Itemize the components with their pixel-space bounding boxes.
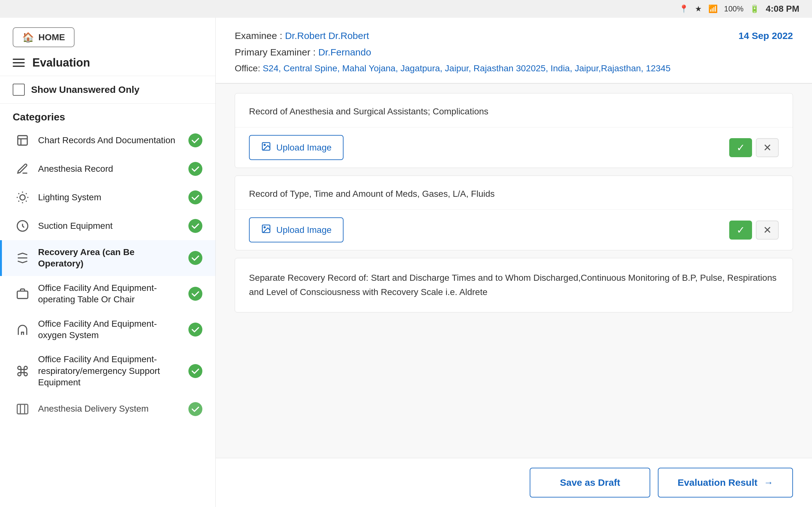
office-facility-table-label: Office Facility And Equipment-operating …: [38, 282, 181, 305]
office-row: Office: S24, Central Spine, Mahal Yojana…: [235, 63, 793, 73]
anesthesia-delivery-label: Anesthesia Delivery System: [38, 403, 181, 414]
svg-rect-18: [17, 291, 28, 298]
sidebar-item-lighting-system[interactable]: Lighting System: [0, 183, 215, 212]
upload-label-2: Upload Image: [276, 225, 332, 235]
sidebar-item-office-facility-table[interactable]: Office Facility And Equipment-operating …: [0, 276, 215, 312]
save-as-draft-button[interactable]: Save as Draft: [530, 468, 650, 498]
svg-line-12: [18, 201, 19, 202]
office-facility-respiratory-icon: [14, 363, 31, 379]
svg-rect-0: [18, 135, 27, 145]
svg-point-17: [189, 251, 202, 265]
lighting-system-icon: [14, 189, 31, 205]
svg-point-16: [189, 219, 202, 233]
sidebar-item-office-facility-oxygen[interactable]: Office Facility And Equipment-oxygen Sys…: [0, 312, 215, 348]
office-facility-respiratory-check: [188, 364, 203, 378]
categories-header: Categories: [0, 104, 215, 126]
sidebar: 🏠 HOME Evaluation Show Unanswered Only C…: [0, 18, 216, 507]
reject-btn-2[interactable]: ✕: [756, 221, 779, 239]
hamburger-line-3: [13, 66, 25, 67]
suction-equipment-icon: [14, 218, 31, 234]
question-1-label: Record of Anesthesia and Surgical Assist…: [249, 107, 489, 116]
home-label: HOME: [38, 32, 65, 43]
home-button[interactable]: 🏠 HOME: [13, 27, 74, 47]
recovery-area-check: [188, 250, 203, 265]
chart-records-icon: [14, 132, 31, 148]
svg-point-25: [189, 402, 202, 416]
bluetooth-icon: ★: [695, 4, 702, 13]
questions-area: Record of Anesthesia and Surgical Assist…: [216, 83, 812, 458]
svg-point-29: [264, 227, 265, 228]
svg-point-19: [189, 287, 202, 301]
svg-line-8: [18, 193, 19, 194]
show-unanswered-row: Show Unanswered Only: [0, 76, 215, 104]
wifi-icon: 📶: [708, 4, 718, 13]
anesthesia-delivery-check: [188, 402, 203, 416]
sidebar-item-anesthesia-record[interactable]: Anesthesia Record: [0, 155, 215, 183]
question-text-1: Record of Anesthesia and Surgical Assist…: [235, 94, 793, 127]
question-text-3: Separate Recovery Record of: Start and D…: [235, 258, 793, 312]
anesthesia-delivery-icon: [14, 401, 31, 417]
hamburger-menu[interactable]: [13, 59, 25, 67]
svg-line-9: [26, 201, 27, 202]
office-facility-oxygen-label: Office Facility And Equipment-oxygen Sys…: [38, 318, 181, 341]
recovery-area-label: Recovery Area (can Be Operatory): [38, 246, 181, 270]
bottom-bar: Save as Draft Evaluation Result →: [216, 458, 812, 507]
location-icon: 📍: [679, 4, 689, 13]
header-top-row: Examinee : Dr.Robert Dr.Robert 14 Sep 20…: [235, 31, 793, 41]
examinee-label: Examinee :: [235, 31, 282, 41]
recovery-area-icon: [14, 250, 31, 266]
svg-point-4: [189, 162, 202, 176]
question-card-3: Separate Recovery Record of: Start and D…: [235, 258, 793, 313]
battery-percentage: 100%: [724, 4, 744, 13]
upload-image-btn-2[interactable]: Upload Image: [249, 217, 344, 242]
primary-examiner-field: Primary Examiner : Dr.Fernando: [235, 47, 793, 58]
examinee-field: Examinee : Dr.Robert Dr.Robert: [235, 31, 369, 41]
svg-line-13: [26, 193, 27, 194]
result-btn-label: Evaluation Result: [677, 477, 757, 488]
sidebar-item-anesthesia-delivery[interactable]: Anesthesia Delivery System: [0, 395, 215, 424]
chart-records-label: Chart Records And Documentation: [38, 135, 181, 146]
arrow-right-icon: →: [764, 477, 773, 488]
sidebar-item-suction-equipment[interactable]: Suction Equipment: [0, 212, 215, 240]
hamburger-line-2: [13, 62, 25, 63]
upload-image-btn-1[interactable]: Upload Image: [249, 135, 344, 160]
examinee-value: Dr.Robert: [285, 31, 325, 41]
action-buttons-2: ✓ ✕: [729, 221, 779, 239]
examinee-name: Dr.Robert: [328, 31, 369, 41]
approve-btn-1[interactable]: ✓: [729, 138, 752, 157]
question-3-label: Separate Recovery Record of: Start and D…: [249, 273, 776, 297]
sidebar-item-office-facility-respiratory[interactable]: Office Facility And Equipment-respirator…: [0, 347, 215, 395]
suction-equipment-check: [188, 219, 203, 233]
draft-btn-label: Save as Draft: [560, 477, 620, 488]
office-facility-oxygen-icon: [14, 322, 31, 337]
office-facility-table-check: [188, 286, 203, 301]
office-facility-table-icon: [14, 286, 31, 302]
show-unanswered-checkbox[interactable]: [13, 83, 25, 96]
evaluation-label: Evaluation: [32, 56, 90, 69]
question-card-2: Record of Type, Time and Amount of Meds,…: [235, 176, 793, 250]
svg-point-20: [189, 323, 202, 337]
office-address: S24, Central Spine, Mahal Yojana, Jagatp…: [263, 63, 670, 73]
evaluation-date: 14 Sep 2022: [739, 31, 793, 41]
chart-records-check: [188, 133, 203, 148]
action-buttons-1: ✓ ✕: [729, 138, 779, 157]
upload-label-1: Upload Image: [276, 143, 332, 153]
upload-icon-2: [261, 224, 271, 236]
hamburger-line-1: [13, 59, 25, 60]
evaluation-result-button[interactable]: Evaluation Result →: [658, 468, 793, 498]
svg-rect-22: [17, 404, 28, 414]
content-header: Examinee : Dr.Robert Dr.Robert 14 Sep 20…: [216, 18, 812, 83]
show-unanswered-label: Show Unanswered Only: [31, 84, 140, 95]
reject-btn-1[interactable]: ✕: [756, 138, 779, 157]
lighting-system-label: Lighting System: [38, 192, 181, 203]
approve-btn-2[interactable]: ✓: [729, 221, 752, 239]
sidebar-item-chart-records[interactable]: Chart Records And Documentation: [0, 126, 215, 155]
battery-icon: 🔋: [750, 4, 759, 13]
clock: 4:08 PM: [766, 4, 799, 14]
sidebar-item-recovery-area[interactable]: Recovery Area (can Be Operatory): [0, 240, 215, 276]
question-actions-1: Upload Image ✓ ✕: [235, 127, 793, 168]
home-icon: 🏠: [22, 32, 34, 43]
anesthesia-record-check: [188, 162, 203, 176]
svg-point-3: [189, 133, 202, 147]
svg-point-5: [20, 195, 26, 200]
